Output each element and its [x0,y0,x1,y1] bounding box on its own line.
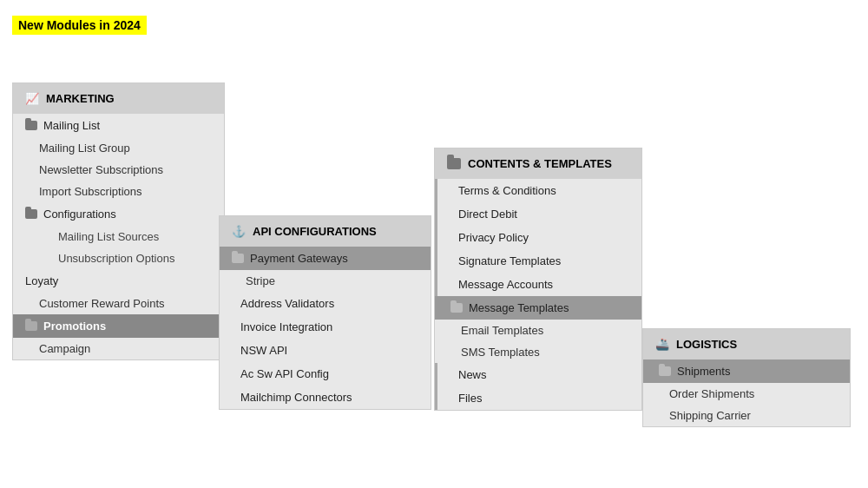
sidebar-item-sms-templates[interactable]: SMS Templates [435,341,641,363]
marketing-panel: 📈 MARKETING Mailing List Mailing List Gr… [12,82,225,360]
folder-icon-contents [447,158,461,169]
sidebar-item-shipments[interactable]: Shipments [643,359,850,383]
marketing-title: MARKETING [46,92,115,105]
logistics-panel: 🚢 LOGISTICS Shipments Order Shipments Sh… [642,328,851,427]
sidebar-item-order-shipments[interactable]: Order Shipments [643,383,850,405]
sidebar-item-nsw-api[interactable]: NSW API [220,339,431,362]
sidebar-item-mailing-list[interactable]: Mailing List [13,114,224,137]
news-label: News [458,368,487,381]
folder-icon-payment [232,254,244,263]
sidebar-item-customer-reward-points[interactable]: Customer Reward Points [13,293,224,314]
marketing-header: 📈 MARKETING [13,83,224,114]
new-modules-badge: New Modules in 2024 [12,16,147,35]
sidebar-item-unsubscription-options[interactable]: Unsubscription Options [13,247,224,269]
contents-body: Terms & Conditions Direct Debit Privacy … [435,179,641,410]
sidebar-item-configurations[interactable]: Configurations [13,202,224,226]
sidebar-item-campaign[interactable]: Campaign [13,338,224,359]
ship-icon: 🚢 [655,338,669,351]
folder-icon-promotions [25,321,37,331]
sidebar-item-signature-templates[interactable]: Signature Templates [435,249,641,273]
sidebar-item-promotions[interactable]: Promotions [13,314,224,338]
logistics-header: 🚢 LOGISTICS [643,329,850,359]
promotions-label: Promotions [43,320,106,333]
sidebar-item-invoice-integration[interactable]: Invoice Integration [220,315,431,339]
api-header: ⚓ API CONFIGURATIONS [220,216,431,247]
nsw-api-label: NSW API [240,344,287,357]
sidebar-item-files[interactable]: Files [435,386,641,410]
mailing-list-label: Mailing List [43,119,100,132]
marketing-icon: 📈 [25,92,39,105]
sidebar-item-direct-debit[interactable]: Direct Debit [435,202,641,226]
contents-header: CONTENTS & TEMPLATES [435,148,641,179]
payment-gateways-label: Payment Gateways [250,252,348,265]
sidebar-item-import-subscriptions[interactable]: Import Subscriptions [13,181,224,202]
anchor-icon: ⚓ [232,225,246,238]
sidebar-item-shipping-carrier[interactable]: Shipping Carrier [643,405,850,426]
message-templates-label: Message Templates [469,301,569,314]
sidebar-item-message-accounts[interactable]: Message Accounts [435,273,641,296]
sidebar-item-mailing-list-sources[interactable]: Mailing List Sources [13,226,224,247]
folder-icon-config [25,209,37,219]
files-label: Files [458,392,482,405]
sidebar-item-message-templates[interactable]: Message Templates [435,296,641,320]
sidebar-item-news[interactable]: News [435,363,641,386]
address-validators-label: Address Validators [240,297,334,310]
folder-icon-msg [450,303,463,313]
sidebar-item-mailing-list-group[interactable]: Mailing List Group [13,137,224,159]
api-title: API CONFIGURATIONS [253,225,377,238]
sidebar-item-mailchimp-connectors[interactable]: Mailchimp Connectors [220,386,431,409]
sidebar-item-email-templates[interactable]: Email Templates [435,320,641,341]
logistics-body: Shipments Order Shipments Shipping Carri… [643,359,850,426]
sidebar-item-newsletter-subscriptions[interactable]: Newsletter Subscriptions [13,159,224,181]
invoice-integration-label: Invoice Integration [240,320,332,333]
sidebar-item-address-validators[interactable]: Address Validators [220,292,431,315]
message-accounts-label: Message Accounts [458,278,553,291]
sidebar-item-stripe[interactable]: Stripe [220,270,431,292]
sidebar-item-payment-gateways[interactable]: Payment Gateways [220,247,431,270]
logistics-title: LOGISTICS [676,338,737,351]
sidebar-item-loyaty[interactable]: Loyaty [13,269,224,293]
sidebar-item-ac-sw-api[interactable]: Ac Sw API Config [220,362,431,386]
folder-icon [25,121,37,130]
direct-debit-label: Direct Debit [458,208,517,221]
api-body: Payment Gateways Stripe Address Validato… [220,247,431,409]
configurations-label: Configurations [43,208,116,221]
terms-label: Terms & Conditions [458,184,556,197]
mailchimp-connectors-label: Mailchimp Connectors [240,391,352,404]
folder-icon-shipments [659,366,671,376]
sidebar-item-terms[interactable]: Terms & Conditions [435,179,641,202]
privacy-policy-label: Privacy Policy [458,231,529,244]
marketing-body: Mailing List Mailing List Group Newslett… [13,114,224,359]
loyaty-label: Loyaty [25,274,58,287]
signature-templates-label: Signature Templates [458,254,561,267]
sidebar-item-privacy-policy[interactable]: Privacy Policy [435,226,641,249]
contents-title: CONTENTS & TEMPLATES [468,157,612,170]
contents-panel: CONTENTS & TEMPLATES Terms & Conditions … [434,148,642,411]
ac-sw-api-label: Ac Sw API Config [240,367,329,380]
api-panel: ⚓ API CONFIGURATIONS Payment Gateways St… [219,215,431,410]
shipments-label: Shipments [677,365,730,378]
